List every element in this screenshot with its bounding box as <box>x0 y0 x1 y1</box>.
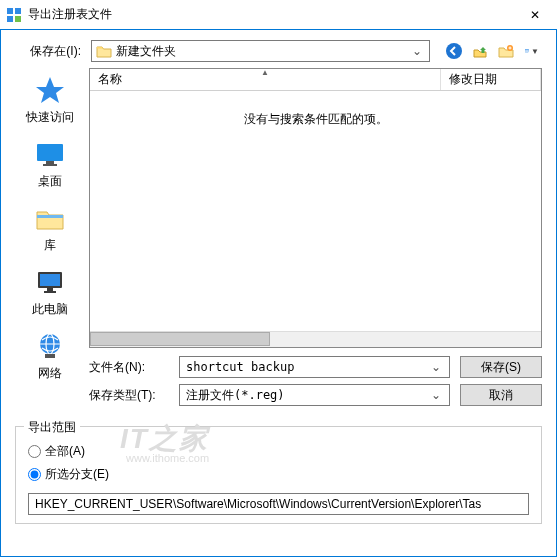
chevron-down-icon: ⌄ <box>409 44 425 58</box>
radio-all-input[interactable] <box>28 445 41 458</box>
nav-toolbar: ▼ <box>444 41 542 61</box>
filetype-combo[interactable]: 注册文件(*.reg) ⌄ <box>179 384 450 406</box>
scrollbar-thumb[interactable] <box>90 332 270 346</box>
column-header-date[interactable]: 修改日期 <box>441 69 541 90</box>
file-list-body: 没有与搜索条件匹配的项。 <box>90 91 541 331</box>
close-button[interactable]: ✕ <box>512 1 557 29</box>
chevron-down-icon: ⌄ <box>429 388 443 402</box>
filename-value: shortcut backup <box>186 360 429 374</box>
save-in-value: 新建文件夹 <box>116 43 409 60</box>
back-button[interactable] <box>444 41 464 61</box>
radio-all[interactable]: 全部(A) <box>28 443 529 460</box>
filetype-row: 保存类型(T): 注册文件(*.reg) ⌄ 取消 <box>89 384 542 406</box>
horizontal-scrollbar[interactable] <box>90 331 541 347</box>
place-quick-access[interactable]: 快速访问 <box>20 74 80 126</box>
radio-selected-label: 所选分支(E) <box>45 466 109 483</box>
app-icon <box>6 7 22 23</box>
svg-point-4 <box>446 43 462 59</box>
libraries-icon <box>34 202 66 234</box>
empty-message: 没有与搜索条件匹配的项。 <box>244 111 388 128</box>
svg-rect-16 <box>47 288 53 291</box>
export-range-group: 导出范围 全部(A) 所选分支(E) <box>15 426 542 524</box>
svg-rect-1 <box>15 8 21 14</box>
svg-rect-15 <box>40 274 60 286</box>
col-date-label: 修改日期 <box>449 71 497 88</box>
place-this-pc[interactable]: 此电脑 <box>20 266 80 318</box>
radio-all-label: 全部(A) <box>45 443 85 460</box>
main-area: 快速访问 桌面 库 此电脑 <box>15 68 542 348</box>
radio-selected-input[interactable] <box>28 468 41 481</box>
chevron-down-icon: ▼ <box>531 47 539 56</box>
svg-rect-17 <box>44 291 56 293</box>
svg-rect-12 <box>43 164 57 166</box>
folder-icon <box>96 44 112 58</box>
places-bar: 快速访问 桌面 库 此电脑 <box>15 68 85 348</box>
sort-asc-icon: ▲ <box>261 68 269 77</box>
place-libraries[interactable]: 库 <box>20 202 80 254</box>
svg-rect-10 <box>37 144 63 161</box>
filetype-value: 注册文件(*.reg) <box>186 387 429 404</box>
svg-rect-11 <box>46 161 54 164</box>
filename-combo[interactable]: shortcut backup ⌄ <box>179 356 450 378</box>
place-label: 桌面 <box>38 173 62 190</box>
column-header-name[interactable]: ▲ 名称 <box>90 69 441 90</box>
svg-rect-7 <box>525 49 529 50</box>
branch-path-input[interactable] <box>28 493 529 515</box>
network-icon <box>34 330 66 362</box>
save-button[interactable]: 保存(S) <box>460 356 542 378</box>
view-menu-button[interactable]: ▼ <box>522 41 542 61</box>
save-in-label: 保存在(I): <box>15 43 85 60</box>
filename-area: 文件名(N): shortcut backup ⌄ 保存(S) 保存类型(T):… <box>89 356 542 412</box>
window-title: 导出注册表文件 <box>28 6 512 23</box>
svg-rect-20 <box>45 354 55 358</box>
svg-rect-0 <box>7 8 13 14</box>
file-list-header: ▲ 名称 修改日期 <box>90 69 541 91</box>
close-icon: ✕ <box>530 8 540 22</box>
place-label: 网络 <box>38 365 62 382</box>
filetype-label: 保存类型(T): <box>89 387 169 404</box>
new-folder-button[interactable] <box>496 41 516 61</box>
col-name-label: 名称 <box>98 71 122 88</box>
chevron-down-icon: ⌄ <box>429 360 443 374</box>
radio-selected[interactable]: 所选分支(E) <box>28 466 529 483</box>
up-button[interactable] <box>470 41 490 61</box>
place-network[interactable]: 网络 <box>20 330 80 382</box>
export-range-legend: 导出范围 <box>24 419 80 436</box>
place-label: 库 <box>44 237 56 254</box>
quick-access-icon <box>34 74 66 106</box>
svg-rect-13 <box>37 215 63 218</box>
place-desktop[interactable]: 桌面 <box>20 138 80 190</box>
desktop-icon <box>34 138 66 170</box>
place-label: 此电脑 <box>32 301 68 318</box>
svg-rect-3 <box>15 16 21 22</box>
this-pc-icon <box>34 266 66 298</box>
cancel-button[interactable]: 取消 <box>460 384 542 406</box>
filename-row: 文件名(N): shortcut backup ⌄ 保存(S) <box>89 356 542 378</box>
dialog-body: 保存在(I): 新建文件夹 ⌄ ▼ <box>0 30 557 557</box>
titlebar: 导出注册表文件 ✕ <box>0 0 557 30</box>
filename-label: 文件名(N): <box>89 359 169 376</box>
svg-rect-2 <box>7 16 13 22</box>
save-in-combo[interactable]: 新建文件夹 ⌄ <box>91 40 430 62</box>
file-list: ▲ 名称 修改日期 没有与搜索条件匹配的项。 <box>89 68 542 348</box>
place-label: 快速访问 <box>26 109 74 126</box>
save-in-row: 保存在(I): 新建文件夹 ⌄ ▼ <box>15 40 542 62</box>
